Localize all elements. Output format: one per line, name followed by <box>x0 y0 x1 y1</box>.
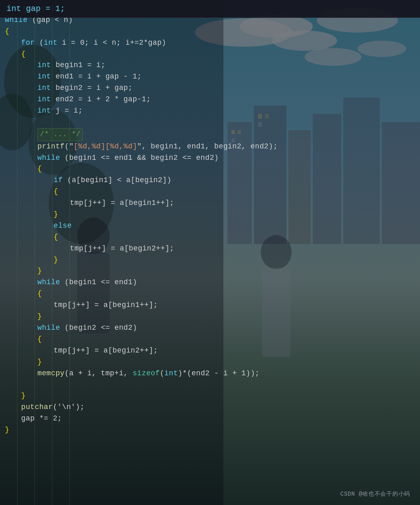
code-line: tmp[j++] = a[begin1++]; <box>5 198 420 209</box>
code-line: } <box>5 255 420 266</box>
watermark: CSDN @啥也不会干的小码 <box>340 490 410 498</box>
guide-line-2 <box>35 0 35 505</box>
code-line: gap *= 2; <box>5 413 420 424</box>
code-line: } <box>5 266 420 277</box>
code-line: } <box>5 311 420 322</box>
code-line: while (begin1 <= end1 && begin2 <= end2) <box>5 152 420 164</box>
code-line: int begin1 = i; <box>5 60 420 71</box>
code-line: while (begin2 <= end2) <box>5 322 420 334</box>
guide-line-4 <box>69 0 70 505</box>
code-line: { <box>5 334 420 345</box>
code-line: putchar('\n'); <box>5 402 420 413</box>
code-line: } <box>5 209 420 220</box>
code-line <box>5 379 420 390</box>
code-line: } <box>5 390 420 402</box>
code-line: { <box>5 49 420 60</box>
code-line: else <box>5 220 420 232</box>
code-line: { <box>5 232 420 243</box>
guide-line-3 <box>52 0 52 505</box>
code-line: printf("[%d,%d][%d,%d]", begin1, end1, b… <box>5 141 420 152</box>
code-line: int j = i; <box>5 105 420 117</box>
code-line: tmp[j++] = a[begin1++]; <box>5 300 420 311</box>
code-line: while (begin1 <= end1) <box>5 277 420 288</box>
code-line: } <box>5 357 420 368</box>
code-line: for (int i = 0; i < n; i+=2*gap) <box>5 37 420 49</box>
guide-line-1 <box>17 0 17 505</box>
code-block: int gap = 1;while (gap < n){for (int i =… <box>0 0 420 439</box>
code-line: int begin2 = i + gap; <box>5 83 420 94</box>
code-container: int gap = 1;while (gap < n){for (int i =… <box>0 0 420 505</box>
code-line: /* ... */ <box>5 128 420 141</box>
code-line <box>5 117 420 128</box>
code-line: tmp[j++] = a[begin2++]; <box>5 345 420 357</box>
code-line: { <box>5 288 420 300</box>
code-line: } <box>5 424 420 436</box>
code-line: int end2 = i + 2 * gap-1; <box>5 94 420 105</box>
code-line: tmp[j++] = a[begin2++]; <box>5 243 420 255</box>
top-bar: int gap = 1; <box>0 0 420 18</box>
code-line: { <box>5 186 420 198</box>
code-line: memcpy(a + i, tmp+i, sizeof(int)*(end2 -… <box>5 368 420 379</box>
code-line: if (a[begin1] < a[begin2]) <box>5 175 420 186</box>
top-bar-code: int gap = 1; <box>6 4 65 13</box>
code-line: { <box>5 26 420 37</box>
code-line: { <box>5 163 420 175</box>
code-line: int end1 = i + gap - 1; <box>5 71 420 83</box>
